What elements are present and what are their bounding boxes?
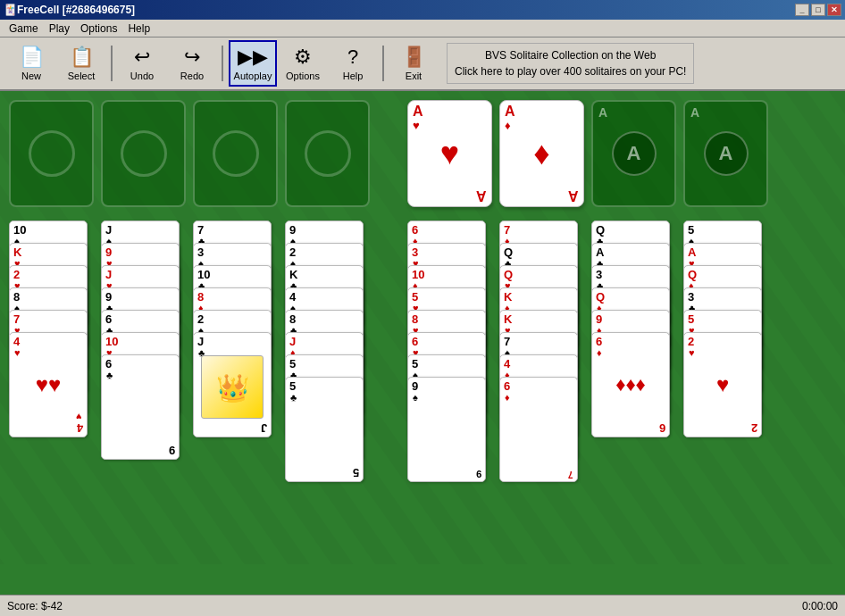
toolbar-separator-3 bbox=[382, 46, 384, 81]
help-button[interactable]: ? Help bbox=[329, 40, 377, 87]
foundation-3[interactable]: A A bbox=[591, 100, 676, 207]
undo-icon: ↩ bbox=[134, 46, 150, 69]
title-bar-icon: 🃏 bbox=[4, 4, 17, 16]
ad-line1: BVS Solitaire Collection on the Web bbox=[455, 47, 686, 63]
ad-line2: Click here to play over 400 solitaires o… bbox=[455, 63, 686, 79]
new-button[interactable]: 📄 New bbox=[7, 40, 55, 87]
col2-card7[interactable]: 6 ♣ 9 bbox=[101, 354, 180, 460]
foundation-1-center: ♥ bbox=[440, 135, 459, 172]
title-bar-text: FreeCell [#2686496675] bbox=[17, 4, 135, 16]
new-icon: 📄 bbox=[20, 46, 44, 69]
options-button[interactable]: ⚙ Options bbox=[279, 40, 327, 87]
col5-card8[interactable]: 9 ♠ 9 bbox=[407, 377, 486, 482]
foundation-4[interactable]: A A bbox=[683, 100, 768, 207]
menu-game[interactable]: Game bbox=[4, 21, 44, 37]
toolbar-separator-2 bbox=[222, 46, 223, 81]
toolbar-separator-1 bbox=[111, 46, 113, 81]
free-cell-2-empty bbox=[121, 130, 167, 177]
foundation-2[interactable]: A ♦ ♦ A bbox=[499, 100, 584, 207]
window-controls: _ □ ✕ bbox=[795, 4, 841, 16]
score-display: Score: $-42 bbox=[7, 600, 802, 612]
select-button[interactable]: 📋 Select bbox=[57, 40, 105, 87]
status-bar: Score: $-42 0:00:00 bbox=[0, 595, 845, 616]
col4-card8[interactable]: 5 ♣ 5 bbox=[285, 377, 364, 482]
game-table: A ♥ ♥ A A ♦ ♦ A A A A A 10 ♠ 10 K ♥ bbox=[0, 91, 845, 595]
free-cell-3-empty bbox=[213, 130, 259, 177]
foundation-2-center: ♦ bbox=[533, 135, 549, 172]
help-icon: ? bbox=[347, 46, 358, 69]
menu-options[interactable]: Options bbox=[75, 21, 122, 37]
foundation-4-circle: A bbox=[704, 131, 749, 176]
redo-icon: ↪ bbox=[184, 46, 200, 69]
autoplay-button[interactable]: ▶▶ Autoplay bbox=[229, 40, 277, 87]
foundation-1-suit: ♥ bbox=[413, 119, 420, 132]
col1-card6[interactable]: 4 ♥ ♥♥ 4 ♥ bbox=[9, 332, 88, 437]
free-cell-2[interactable] bbox=[101, 100, 186, 207]
foundation-2-suit: ♦ bbox=[505, 119, 511, 132]
ad-banner[interactable]: BVS Solitaire Collection on the Web Clic… bbox=[447, 43, 694, 84]
free-cell-1-empty bbox=[29, 130, 75, 177]
title-bar: 🃏 FreeCell [#2686496675] _ □ ✕ bbox=[0, 0, 845, 20]
foundation-3-rank-tl: A bbox=[598, 105, 607, 120]
timer-display: 0:00:00 bbox=[802, 600, 838, 612]
col6-card8[interactable]: 6 ♦ 7 bbox=[499, 377, 578, 482]
foundation-1-rank: A bbox=[413, 104, 423, 120]
menu-bar: Game Play Options Help bbox=[0, 20, 845, 37]
menu-play[interactable]: Play bbox=[44, 21, 75, 37]
menu-help[interactable]: Help bbox=[122, 21, 155, 37]
free-cell-4-empty bbox=[305, 130, 351, 177]
undo-button[interactable]: ↩ Undo bbox=[118, 40, 166, 87]
exit-button[interactable]: 🚪 Exit bbox=[389, 40, 438, 87]
autoplay-icon: ▶▶ bbox=[238, 46, 268, 69]
maximize-button[interactable]: □ bbox=[811, 4, 825, 16]
col7-card6[interactable]: 6 ♦ ♦♦♦ 6 bbox=[591, 332, 670, 437]
col8-card6[interactable]: 2 ♥ ♥ 2 bbox=[683, 332, 762, 437]
redo-button[interactable]: ↪ Redo bbox=[168, 40, 216, 87]
foundation-1-rank-bot: A bbox=[476, 187, 487, 204]
select-icon: 📋 bbox=[70, 46, 94, 69]
options-icon: ⚙ bbox=[294, 46, 312, 69]
free-cell-3[interactable] bbox=[193, 100, 278, 207]
foundation-2-rank: A bbox=[505, 104, 515, 120]
foundation-4-rank-tl: A bbox=[690, 105, 699, 120]
foundation-3-circle: A bbox=[612, 131, 657, 176]
exit-icon: 🚪 bbox=[402, 46, 426, 69]
foundation-2-rank-bot: A bbox=[568, 187, 579, 204]
col3-card6[interactable]: J ♣ 👑 J bbox=[193, 332, 272, 437]
foundation-1[interactable]: A ♥ ♥ A bbox=[407, 100, 492, 207]
minimize-button[interactable]: _ bbox=[795, 4, 809, 16]
free-cell-4[interactable] bbox=[285, 100, 370, 207]
free-cell-1[interactable] bbox=[9, 100, 94, 207]
toolbar: 📄 New 📋 Select ↩ Undo ↪ Redo ▶▶ Autoplay… bbox=[0, 37, 845, 91]
close-button[interactable]: ✕ bbox=[827, 4, 841, 16]
